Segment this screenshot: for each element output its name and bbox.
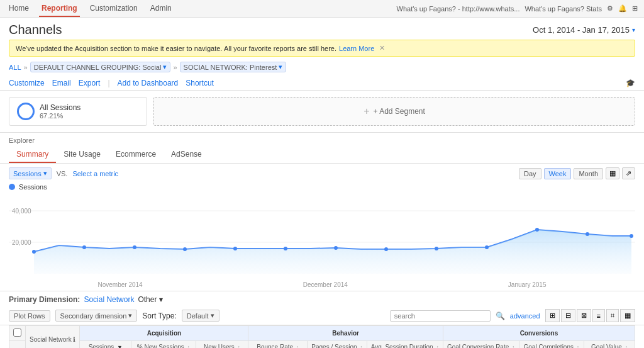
legend-label: Sessions <box>19 183 47 191</box>
sessions-chart: 40,000 20,000 <box>9 192 635 280</box>
sort-default-arrow: ▾ <box>211 312 214 320</box>
month-jan: January 2015 <box>508 281 547 288</box>
svg-point-15 <box>535 228 539 232</box>
nav-admin[interactable]: Admin <box>148 1 174 17</box>
alert-close[interactable]: ✕ <box>379 44 385 52</box>
select-all-checkbox[interactable] <box>9 326 26 341</box>
nav-reporting[interactable]: Reporting <box>39 1 80 17</box>
pages-session-label: Pages / Session <box>311 344 357 348</box>
view-graph-button[interactable]: ⌗ <box>606 309 619 322</box>
settings-icon[interactable]: ⚙ <box>607 4 613 13</box>
pages-session-col-header[interactable]: Pages / Session ↕ <box>308 341 367 349</box>
new-users-col-header[interactable]: New Users ↕ <box>196 341 248 349</box>
social-network-link[interactable]: Social Network <box>84 295 134 304</box>
breadcrumb-social-network-dropdown[interactable]: ▾ <box>279 63 282 71</box>
goal-completions-col-header[interactable]: Goal Completions ↕ <box>519 341 584 349</box>
view-buttons: ⊞ ⊟ ⊠ ≡ ⌗ ▦ <box>545 309 635 322</box>
segment-circle <box>17 103 35 120</box>
shortcut-link[interactable]: Shortcut <box>186 79 214 87</box>
segment-info: All Sessions 67.21% <box>40 103 80 120</box>
view-list-button[interactable]: ▦ <box>620 309 635 322</box>
search-icon: 🔍 <box>496 312 505 320</box>
tab-adsense[interactable]: AdSense <box>164 147 209 163</box>
nav-customization[interactable]: Customization <box>87 1 140 17</box>
sort-default-button[interactable]: Default ▾ <box>182 310 219 322</box>
svg-marker-4 <box>34 230 631 274</box>
social-network-header[interactable]: Social Network ℹ <box>26 326 80 349</box>
plot-rows-button[interactable]: Plot Rows <box>9 310 50 322</box>
alert-learn-more[interactable]: Learn More <box>339 45 374 52</box>
svg-point-11 <box>334 246 338 250</box>
breadcrumb: ALL » DEFAULT CHANNEL GROUPING: Social ▾… <box>0 60 644 76</box>
page-header: Channels Oct 1, 2014 - Jan 17, 2015 ▾ <box>0 18 644 40</box>
tab-summary[interactable]: Summary <box>9 147 56 163</box>
view-compare-button[interactable]: ⊟ <box>561 309 575 322</box>
explorer-title: Explorer <box>9 137 635 144</box>
tab-site-usage[interactable]: Site Usage <box>56 147 108 163</box>
date-range-arrow: ▾ <box>632 26 635 33</box>
breadcrumb-channel-group-dropdown[interactable]: ▾ <box>163 63 167 71</box>
secondary-dim-arrow: ▾ <box>128 312 132 320</box>
pages-sort-arrow: ↕ <box>360 344 363 348</box>
tab-ecommerce[interactable]: Ecommerce <box>108 147 164 163</box>
customize-link[interactable]: Customize <box>9 79 45 87</box>
add-segment-button[interactable]: + + Add Segment <box>153 97 635 126</box>
chart-share-icon[interactable]: ⇗ <box>622 167 635 179</box>
date-range-picker[interactable]: Oct 1, 2014 - Jan 17, 2015 ▾ <box>533 25 635 35</box>
other-dimension-link[interactable]: Other ▾ <box>138 295 162 304</box>
behavior-group-header: Behavior <box>248 326 443 341</box>
avg-sort-arrow: ↕ <box>436 344 439 348</box>
view-chart-button[interactable]: ≡ <box>592 309 605 322</box>
sessions-col-header[interactable]: Sessions ▼ <box>80 341 131 349</box>
th-spacer <box>9 341 26 349</box>
svg-point-5 <box>32 250 36 254</box>
period-week-button[interactable]: Week <box>544 168 572 179</box>
view-pivot-button[interactable]: ⊠ <box>577 309 591 322</box>
period-day-button[interactable]: Day <box>519 168 541 179</box>
select-metric-link[interactable]: Select a metric <box>72 170 118 177</box>
avg-session-col-header[interactable]: Avg. Session Duration ↕ <box>367 341 443 349</box>
chart-type-bar-icon[interactable]: ▦ <box>606 167 619 179</box>
sort-type-text: Sort Type: <box>142 312 176 320</box>
bounce-rate-col-header[interactable]: Bounce Rate ↕ <box>248 341 308 349</box>
breadcrumb-all[interactable]: ALL <box>9 64 21 71</box>
conversions-group-header: Conversions <box>443 326 635 341</box>
goal-val-sort-arrow: ↕ <box>625 344 628 348</box>
secondary-dimension-button[interactable]: Secondary dimension ▾ <box>55 310 138 322</box>
chart-controls: Sessions ▾ VS. Select a metric Day Week … <box>0 164 644 181</box>
toolbar-graduation-icon: 🎓 <box>626 79 635 87</box>
sort-icon: ℹ <box>73 336 75 343</box>
apps-icon[interactable]: ⊞ <box>632 4 638 13</box>
goal-conv-label: Goal Conversion Rate <box>447 344 509 348</box>
bounce-rate-label: Bounce Rate <box>257 344 293 348</box>
goal-value-col-header[interactable]: Goal Value ↕ <box>584 341 635 349</box>
view-table-button[interactable]: ⊞ <box>545 309 560 322</box>
goal-conversion-col-header[interactable]: Goal Conversion Rate ↕ <box>443 341 519 349</box>
add-dashboard-link[interactable]: Add to Dashboard <box>118 79 179 87</box>
breadcrumb-sep2: » <box>173 64 177 71</box>
advanced-filter-link[interactable]: advanced <box>510 312 540 320</box>
chart-svg-container: 40,000 20,000 <box>9 192 635 280</box>
nav-home[interactable]: Home <box>6 1 31 17</box>
add-segment-plus-icon: + <box>364 106 369 117</box>
acquisition-group-header: Acquisition <box>80 326 248 341</box>
svg-point-17 <box>630 234 633 238</box>
alert-bar: We've updated the Acquisition section to… <box>9 40 635 57</box>
export-link[interactable]: Export <box>79 79 101 87</box>
new-users-label: New Users <box>204 344 235 348</box>
email-link[interactable]: Email <box>52 79 71 87</box>
pct-new-sessions-col-header[interactable]: % New Sessions ↕ <box>131 341 196 349</box>
secondary-dim-label: Secondary dimension <box>60 312 127 320</box>
toolbar: Customize Email Export | Add to Dashboar… <box>0 76 644 91</box>
notifications-icon[interactable]: 🔔 <box>618 4 627 13</box>
sort-type-label: Sort Type: <box>142 312 176 320</box>
table-search-input[interactable] <box>390 310 491 322</box>
svg-text:40,000: 40,000 <box>12 208 31 215</box>
period-month-button[interactable]: Month <box>574 168 603 179</box>
svg-point-6 <box>82 245 86 249</box>
segment-area: All Sessions 67.21% + + Add Segment <box>0 91 644 133</box>
goal-conv-sort-arrow: ↕ <box>512 344 515 348</box>
period-buttons: Day Week Month ▦ ⇗ <box>519 167 635 179</box>
sessions-metric-selector[interactable]: Sessions ▾ <box>9 167 52 179</box>
alert-message: We've updated the Acquisition section to… <box>16 45 336 52</box>
